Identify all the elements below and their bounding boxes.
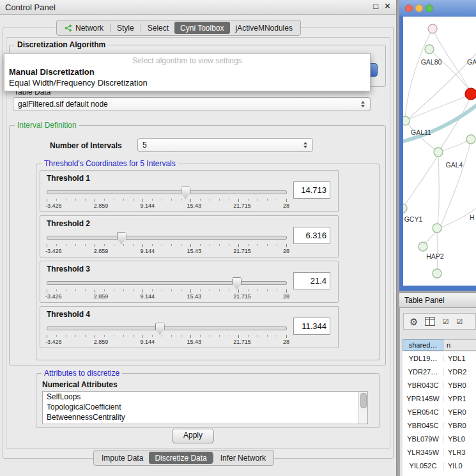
combo-arrows-icon [358, 101, 370, 107]
slider-thumb[interactable] [181, 187, 190, 199]
threshold-4-slider[interactable] [47, 323, 287, 334]
table-row[interactable]: YER054CYER0 [403, 405, 476, 418]
table-panel-title: Table Panel [404, 296, 445, 305]
network-tab-icon [65, 24, 72, 32]
column-header-name[interactable]: n [443, 339, 476, 351]
threshold-panel-4: Threshold 4 -3.4262.8599.14415.4321.7152… [40, 306, 339, 348]
tab-select[interactable]: Select [142, 22, 174, 34]
float-window-icon[interactable]: □ [373, 1, 378, 11]
tab-impute-data-label: Impute Data [102, 454, 143, 463]
table-data-combo[interactable]: galFiltered.sif default node [13, 97, 371, 111]
network-node[interactable] [433, 269, 441, 278]
selected-network-node[interactable] [465, 88, 476, 100]
network-node[interactable] [418, 242, 427, 251]
gear-icon[interactable]: ⚙ [410, 317, 418, 326]
numerical-attributes-label: Numerical Attributes [42, 380, 118, 389]
tab-cyni-toolbox[interactable]: Cyni Toolbox [174, 22, 229, 34]
combo-arrows-icon [300, 142, 312, 148]
thick-edge[interactable] [403, 105, 476, 142]
node-label: GAL11 [411, 128, 431, 136]
threshold-1-value-field[interactable] [293, 181, 330, 199]
threshold-3-value-field[interactable] [293, 272, 330, 289]
network-node[interactable] [434, 148, 443, 157]
network-node[interactable] [428, 24, 437, 33]
tab-discretize-data[interactable]: Discretize Data [149, 452, 212, 464]
bottom-tab-bar: Impute Data Discretize Data Infer Networ… [93, 450, 274, 466]
attributes-scrollbar[interactable] [358, 392, 367, 424]
number-of-intervals-value: 5 [138, 141, 300, 150]
interval-definition-title: Interval Definition [15, 121, 79, 130]
checkbox-icon[interactable]: ☑ [442, 318, 449, 326]
list-item-attribute[interactable]: SelfLoops [43, 392, 367, 402]
slider-thumb[interactable] [155, 323, 165, 335]
table-row[interactable]: YBR043CYBR0 [403, 378, 476, 392]
tab-select-label: Select [148, 24, 169, 33]
threshold-2-slider[interactable] [47, 232, 287, 243]
network-canvas[interactable]: GAL80 GA GAL11 GAL4 GCY1 HAP2 H [403, 17, 476, 286]
column-header-shared-name[interactable]: shared… [403, 339, 443, 351]
node-label: HAP2 [426, 252, 444, 260]
threshold-1-label: Threshold 1 [47, 174, 90, 183]
popup-item-manual-discretization[interactable]: Manual Discretization [4, 66, 370, 77]
tab-infer-network[interactable]: Infer Network [215, 452, 272, 464]
network-node[interactable] [433, 224, 441, 233]
scrollbar-thumb[interactable] [360, 393, 367, 408]
thresholds-group-title: Threshold's Coordinates for 5 Intervals [42, 159, 178, 168]
numerical-attributes-list: SelfLoops TopologicalCoefficient Between… [42, 391, 368, 424]
table-row[interactable]: YBL079WYBL0 [403, 432, 476, 445]
network-node[interactable] [403, 116, 410, 125]
close-traffic-light-icon[interactable] [405, 4, 413, 12]
network-node[interactable] [425, 45, 434, 54]
tab-network[interactable]: Network [59, 22, 109, 34]
slider-thumb[interactable] [232, 277, 242, 289]
slider-ticks [47, 335, 287, 338]
table-data-combo-value: galFiltered.sif default node [13, 100, 358, 109]
zoom-traffic-light-icon[interactable] [426, 4, 433, 12]
table-row[interactable]: YPR145WYPR1 [403, 392, 476, 405]
number-of-intervals-combo[interactable]: 5 [137, 138, 313, 152]
threshold-panel-2: Threshold 2 -3.4262.8599.14415.4321.7152… [40, 215, 339, 257]
threshold-panel-1: Threshold 1 -3.4262.8599.14415.4321.7152… [40, 170, 339, 212]
threshold-1-slider[interactable] [47, 187, 287, 197]
slider-track[interactable] [47, 190, 287, 194]
slider-track[interactable] [47, 236, 287, 240]
slider-thumb[interactable] [117, 232, 127, 244]
control-panel-titlebar: Control Panel □ ✕ [0, 0, 396, 15]
slider-ticks [47, 244, 287, 247]
popup-item-equal-width-frequency[interactable]: Equal Width/Frequency Discretization [4, 77, 370, 88]
list-item-attribute[interactable]: TopologicalCoefficient [43, 402, 367, 412]
slider-track[interactable] [47, 326, 287, 330]
list-item-attribute[interactable]: BetweennessCentrality [43, 412, 367, 422]
table-row[interactable]: YBR045CYBR0 [403, 418, 476, 432]
columns-icon[interactable] [425, 317, 435, 326]
table-toolbar: ⚙ ☑ ☑ [403, 313, 476, 330]
node-label: GAL80 [421, 58, 442, 66]
tab-jactivemnodules[interactable]: jActiveMNodules [230, 22, 298, 34]
tab-network-label: Network [75, 24, 104, 33]
threshold-2-value-field[interactable] [293, 227, 330, 244]
network-node[interactable] [466, 135, 475, 144]
algorithm-popup-prompt: Select algorithm to view settings [4, 54, 370, 66]
threshold-3-label: Threshold 3 [47, 265, 90, 273]
slider-track[interactable] [47, 281, 287, 285]
minimize-traffic-light-icon[interactable] [415, 4, 423, 12]
table-row[interactable]: YDR27…YDR2 [403, 365, 476, 378]
slider-scale: -3.4262.8599.14415.4321.71528 [45, 248, 289, 254]
table-row[interactable]: YDL19…YDL1 [403, 351, 476, 365]
attributes-group-title: Attributes to discretize [42, 369, 122, 378]
network-node[interactable] [403, 204, 407, 213]
threshold-panel-3: Threshold 3 -3.4262.8599.14415.4321.7152… [40, 261, 339, 303]
tab-style[interactable]: Style [111, 22, 140, 34]
tab-impute-data[interactable]: Impute Data [96, 452, 149, 464]
threshold-2-label: Threshold 2 [47, 219, 90, 228]
close-window-icon[interactable]: ✕ [384, 1, 391, 11]
table-row[interactable]: YLR345WYLR3 [403, 445, 476, 459]
threshold-4-value-field[interactable] [293, 318, 330, 335]
slider-scale: -3.4262.8599.14415.4321.71528 [45, 203, 289, 209]
checkbox-icon[interactable]: ☑ [456, 318, 463, 326]
threshold-3-slider[interactable] [47, 277, 287, 288]
table-row[interactable]: YIL052CYIL0 [403, 459, 476, 472]
network-window-titlebar[interactable] [399, 0, 476, 17]
apply-button[interactable]: Apply [172, 429, 214, 443]
node-label: H [470, 213, 475, 221]
